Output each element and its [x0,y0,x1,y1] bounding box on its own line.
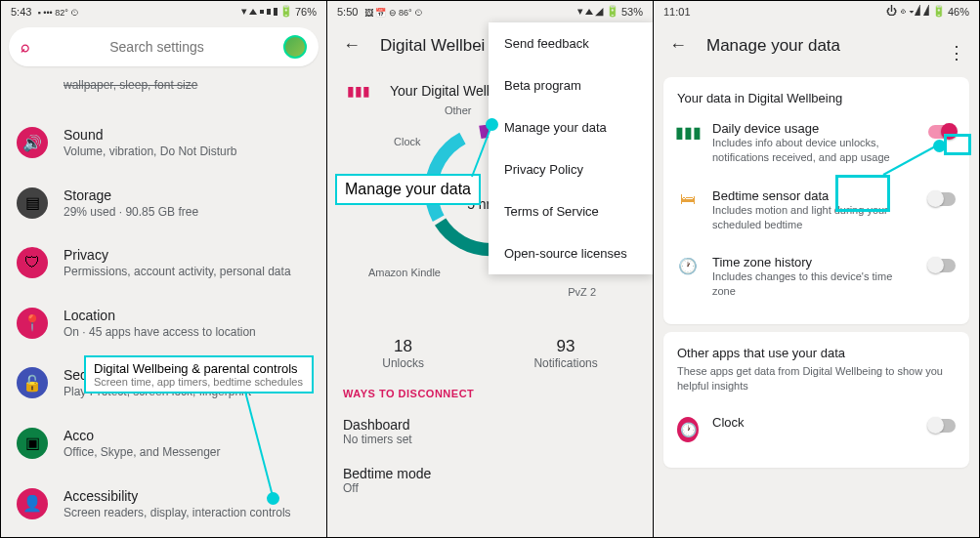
page-title: Manage your data [706,36,840,56]
bars-icon: ▮▮▮ [343,83,374,99]
location-icon: 📍 [17,308,48,339]
opt-bedtime[interactable]: Bedtime modeOff [327,456,653,505]
settings-row-dwb[interactable]: ♡Digital Wellbeing & parental controlsSc… [1,534,326,537]
phone-manage-data: 11:01 ⏻ ⊝ ▾◢ ◢ 🔋46% ← Manage your data ⋮… [654,1,979,537]
callout-dwb: Digital Wellbeing & parental controls Sc… [84,355,314,393]
data-row: 🛏Bedtime sensor dataIncludes motion and … [677,177,956,244]
back-icon[interactable]: ← [669,35,687,56]
settings-row-storage[interactable]: ▤Storage29% used · 90.85 GB free [1,174,326,234]
menu-item[interactable]: Privacy Policy [489,148,653,190]
phone-wellbeing: 5:50 🖼 📅 ⊖ 86° ⏲ ▾ ◢ 🔋53% ← Digital Well… [327,1,654,537]
menu-item[interactable]: Manage your data [489,106,653,148]
card-your-data: Your data in Digital Wellbeing ▮▮▮Daily … [663,77,969,324]
stat-notifications[interactable]: 93Notifications [533,337,597,370]
card-other-apps: Other apps that use your data These apps… [663,332,969,468]
toggle[interactable] [928,192,956,206]
stats: 18Unlocks 93Notifications [327,327,653,388]
menu-item[interactable]: Terms of Service [489,190,653,232]
opt-dashboard[interactable]: DashboardNo timers set [327,407,653,456]
status-bar: 11:01 ⏻ ⊝ ▾◢ ◢ 🔋46% [654,1,979,21]
phone-settings: 5:43 ▪︎ ••• 82° ⏲ ▾ 🔋76% ⌕ wallpaper, sl… [1,1,327,537]
toggle[interactable] [928,259,956,272]
callout-manage: Manage your data [335,174,481,205]
status-bar: 5:50 🖼 📅 ⊖ 86° ⏲ ▾ ◢ 🔋53% [327,1,653,21]
bars-icon: ▮▮▮ [677,121,699,142]
settings-row-sound[interactable]: 🔊SoundVolume, vibration, Do Not Disturb [1,113,326,174]
truncated-row[interactable]: wallpaper, sleep, font size [1,72,326,113]
settings-row-privacy[interactable]: 🛡PrivacyPermissions, account activity, p… [1,233,326,294]
section-header: WAYS TO DISCONNECT [327,388,653,407]
accounts-icon: ▣ [17,428,48,459]
security-icon: 🔓 [17,367,48,398]
avatar[interactable] [283,35,307,59]
menu-item[interactable]: Send feedback [489,22,653,64]
bed-icon: 🛏 [677,188,699,208]
settings-row-accounts[interactable]: ▣AccoOffice, Skype, and Messenger [1,414,326,475]
search-bar[interactable]: ⌕ [9,27,319,66]
overflow-menu: Send feedbackBeta programManage your dat… [489,22,653,274]
stat-unlocks[interactable]: 18Unlocks [382,337,424,370]
menu-item[interactable]: Open-source licenses [489,232,653,274]
privacy-icon: 🛡 [17,247,48,278]
search-input[interactable] [30,39,283,55]
menu-item[interactable]: Beta program [489,64,653,106]
app-row-clock[interactable]: 🕐 Clock [677,403,956,454]
status-bar: 5:43 ▪︎ ••• 82° ⏲ ▾ 🔋76% [1,1,326,21]
data-row: 🕐Time zone historyIncludes changes to th… [677,243,956,310]
settings-row-a11y[interactable]: 👤AccessibilityScreen readers, display, i… [1,475,326,535]
header: ← Manage your data [654,21,979,69]
clock-icon: 🕐 [677,255,699,275]
more-icon[interactable]: ⋮ [948,42,965,63]
search-icon: ⌕ [21,38,30,56]
storage-icon: ▤ [17,187,48,219]
back-icon[interactable]: ← [343,35,361,56]
data-row: ▮▮▮Daily device usageIncludes info about… [677,109,956,177]
a11y-icon: 👤 [17,488,48,519]
page-title: Digital Wellbei [380,36,485,56]
clock-icon: 🕐 [677,417,699,442]
toggle-clock[interactable] [928,419,956,433]
sound-icon: 🔊 [17,127,48,158]
settings-row-location[interactable]: 📍LocationOn · 45 apps have access to loc… [1,294,326,354]
